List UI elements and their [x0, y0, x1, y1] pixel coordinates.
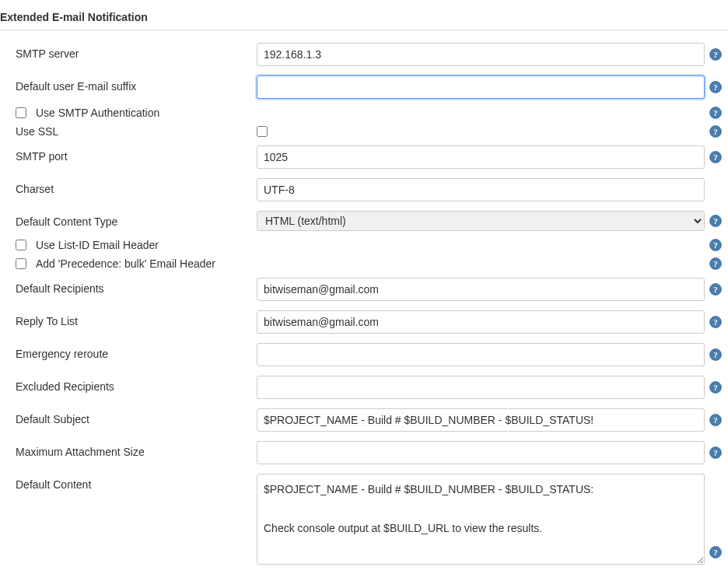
label-smtp-server: SMTP server: [0, 43, 257, 60]
add-precedence-checkbox[interactable]: [16, 258, 26, 269]
label-max-attachment: Maximum Attachment Size: [0, 441, 257, 458]
label-smtp-port: SMTP port: [0, 145, 257, 163]
label-use-list-id: Use List-ID Email Header: [26, 239, 159, 251]
svg-text:?: ?: [713, 152, 718, 162]
help-icon[interactable]: ?: [709, 151, 722, 163]
label-reply-to-list: Reply To List: [0, 310, 257, 327]
row-max-attachment: Maximum Attachment Size ?: [0, 436, 728, 469]
row-charset: Charset: [0, 173, 728, 206]
label-use-ssl: Use SSL: [0, 125, 257, 138]
svg-text:?: ?: [713, 448, 718, 457]
row-use-smtp-auth: Use SMTP Authentication ?: [0, 103, 728, 122]
help-icon[interactable]: ?: [709, 257, 722, 270]
svg-text:?: ?: [713, 350, 718, 359]
row-default-subject: Default Subject ?: [0, 404, 728, 436]
label-excluded-recipients: Excluded Recipients: [0, 376, 257, 393]
help-icon[interactable]: ?: [709, 446, 722, 459]
svg-text:?: ?: [713, 240, 718, 250]
help-icon[interactable]: ?: [709, 125, 722, 138]
svg-text:?: ?: [713, 108, 718, 117]
row-smtp-port: SMTP port ?: [0, 141, 728, 173]
help-icon[interactable]: ?: [709, 348, 722, 361]
use-list-id-checkbox[interactable]: [16, 240, 26, 250]
smtp-server-input[interactable]: [257, 43, 705, 66]
reply-to-list-input[interactable]: [257, 310, 705, 334]
help-icon[interactable]: ?: [709, 546, 722, 558]
svg-text:?: ?: [713, 383, 718, 392]
svg-text:?: ?: [713, 127, 718, 136]
svg-text:?: ?: [713, 285, 718, 294]
svg-text:?: ?: [713, 317, 718, 327]
svg-text:?: ?: [713, 548, 718, 557]
help-icon[interactable]: ?: [709, 381, 722, 394]
row-reply-to-list: Reply To List ?: [0, 306, 728, 338]
row-default-recipients: Default Recipients ?: [0, 273, 728, 306]
use-smtp-auth-checkbox[interactable]: [16, 107, 26, 118]
help-icon[interactable]: ?: [709, 316, 722, 328]
label-add-precedence: Add 'Precedence: bulk' Email Header: [26, 257, 215, 270]
charset-input[interactable]: [257, 178, 705, 201]
row-excluded-recipients: Excluded Recipients ?: [0, 371, 728, 404]
svg-text:?: ?: [713, 82, 718, 92]
row-emergency-reroute: Emergency reroute ?: [0, 338, 728, 371]
default-subject-input[interactable]: [257, 408, 705, 432]
svg-text:?: ?: [713, 415, 718, 425]
help-icon[interactable]: ?: [709, 283, 722, 296]
svg-text:?: ?: [713, 50, 718, 59]
svg-text:?: ?: [713, 216, 718, 226]
section-title: Extended E-mail Notification: [0, 6, 728, 30]
help-icon[interactable]: ?: [709, 239, 722, 251]
label-default-recipients: Default Recipients: [0, 278, 257, 295]
svg-text:?: ?: [713, 259, 718, 268]
row-add-precedence: Add 'Precedence: bulk' Email Header ?: [0, 254, 728, 273]
label-charset: Charset: [0, 178, 257, 195]
row-use-ssl: Use SSL ?: [0, 122, 728, 141]
row-default-content-type: Default Content Type HTML (text/html) ?: [0, 206, 728, 236]
smtp-port-input[interactable]: [257, 145, 705, 169]
label-default-suffix: Default user E-mail suffix: [0, 75, 257, 93]
label-default-content-type: Default Content Type: [0, 211, 257, 228]
max-attachment-input[interactable]: [257, 441, 705, 464]
label-use-smtp-auth: Use SMTP Authentication: [26, 107, 159, 119]
excluded-recipients-input[interactable]: [257, 376, 705, 399]
help-icon[interactable]: ?: [709, 107, 722, 119]
label-default-subject: Default Subject: [0, 408, 257, 425]
row-default-content: Default Content ?: [0, 469, 728, 569]
use-ssl-checkbox[interactable]: [257, 126, 268, 137]
help-icon[interactable]: ?: [709, 81, 722, 93]
default-recipients-input[interactable]: [257, 278, 705, 301]
label-default-content: Default Content: [0, 474, 257, 491]
default-content-textarea[interactable]: [257, 474, 705, 565]
help-icon[interactable]: ?: [709, 215, 722, 227]
label-emergency-reroute: Emergency reroute: [0, 343, 257, 360]
row-smtp-server: SMTP server ?: [0, 38, 728, 71]
help-icon[interactable]: ?: [709, 414, 722, 426]
help-icon[interactable]: ?: [709, 48, 722, 61]
content-type-select[interactable]: HTML (text/html): [257, 211, 705, 231]
row-default-suffix: Default user E-mail suffix ?: [0, 71, 728, 103]
default-suffix-input[interactable]: [257, 75, 705, 99]
row-use-list-id: Use List-ID Email Header ?: [0, 236, 728, 254]
emergency-reroute-input[interactable]: [257, 343, 705, 366]
